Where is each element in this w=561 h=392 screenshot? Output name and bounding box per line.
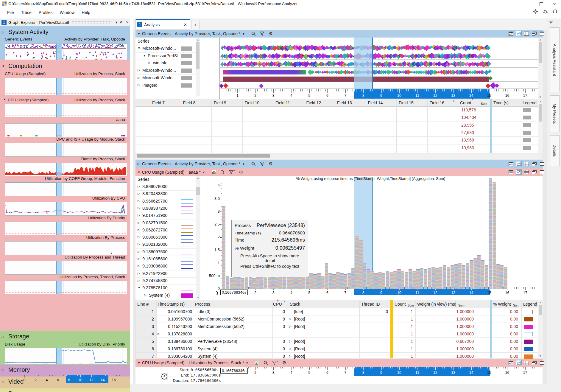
series-expander-icon[interactable]: ▷: [138, 83, 142, 87]
series-expander-icon[interactable]: ▷: [138, 257, 142, 260]
filter-icon[interactable]: [260, 162, 264, 166]
maximize-panel-icon[interactable]: [539, 31, 545, 36]
pct-weight-value[interactable]: 0.00: [492, 309, 518, 314]
histogram-bar[interactable]: [489, 178, 492, 289]
histogram-bar[interactable]: [374, 273, 378, 289]
process-name[interactable]: System (4): [197, 354, 218, 359]
section-expander-icon[interactable]: ▷: [2, 335, 7, 339]
chart-and-table-icon[interactable]: [508, 360, 514, 365]
process-name[interactable]: MemCompression (5652): [197, 317, 244, 321]
series-expander-icon[interactable]: ▷: [138, 199, 142, 203]
tab-analysis[interactable]: 1 Analysis ✕: [135, 19, 190, 30]
maximize-panel-icon[interactable]: [539, 169, 545, 175]
gear-icon[interactable]: ⚙: [269, 31, 272, 36]
maximize-panel-icon[interactable]: [539, 161, 545, 166]
histogram-bar[interactable]: [393, 271, 397, 289]
column-header-time[interactable]: Time (s): [493, 100, 509, 105]
histogram-bar[interactable]: [496, 264, 500, 289]
count-value[interactable]: 1: [393, 339, 413, 344]
count-value[interactable]: 110,576: [461, 108, 476, 112]
histogram-bar[interactable]: [309, 273, 313, 289]
series-label[interactable]: 9.080863900: [142, 235, 168, 239]
histogram-bar[interactable]: [462, 265, 465, 289]
graph-color-icon[interactable]: [212, 170, 216, 174]
weight-value[interactable]: 1.000000: [415, 324, 474, 329]
gear-icon[interactable]: ⚙: [269, 161, 272, 167]
histogram-bar[interactable]: [458, 263, 462, 289]
stack-expander-icon[interactable]: ▷: [289, 340, 292, 343]
pct-weight-value[interactable]: 0.00: [492, 339, 518, 344]
histogram-bar[interactable]: [275, 276, 279, 289]
series-expander-icon[interactable]: ▷: [148, 61, 152, 64]
histogram-bar[interactable]: [439, 267, 443, 289]
histogram-bar[interactable]: [470, 260, 473, 289]
series-expander-icon[interactable]: ▷: [138, 279, 142, 282]
stack-value[interactable]: [Root]: [294, 346, 305, 351]
histogram-bar[interactable]: [424, 269, 427, 289]
stack-value[interactable]: [Idle]: [294, 309, 303, 314]
column-header[interactable]: Field 9: [214, 100, 226, 105]
collapse-chevron-icon[interactable]: ▼: [549, 21, 553, 24]
scroll-thumb[interactable]: [539, 305, 542, 315]
cpu-value[interactable]: 0: [272, 354, 285, 359]
scroll-up-icon[interactable]: ▲: [538, 100, 543, 103]
histogram-bar[interactable]: [428, 268, 431, 289]
series-label[interactable]: 9.274745800: [142, 278, 168, 283]
table-grid-icon[interactable]: [523, 31, 529, 36]
graph-thumbnail-flame[interactable]: [5, 163, 127, 176]
pct-weight-value[interactable]: 0.00: [492, 346, 518, 351]
timestamp-value[interactable]: 0.109957000: [156, 317, 192, 321]
series-label[interactable]: 8.966629700: [142, 199, 168, 203]
stack-value[interactable]: [Root]: [294, 317, 305, 321]
count-value[interactable]: 1: [393, 354, 413, 359]
line-chart-icon[interactable]: [516, 169, 522, 175]
generic-events-collapsed-header[interactable]: ▷ Generic Events Activity by Provider, T…: [135, 160, 543, 168]
series-label[interactable]: 9.161065600: [142, 256, 168, 261]
column-header-timestamp[interactable]: TimeStamp (s): [158, 302, 185, 307]
histogram-bar[interactable]: [355, 236, 359, 289]
histogram-bar[interactable]: [359, 240, 363, 289]
scroll-thumb[interactable]: [196, 42, 200, 69]
chart-and-table-icon[interactable]: [508, 31, 514, 36]
stack-value[interactable]: [Root]: [294, 324, 305, 329]
search-icon[interactable]: [251, 162, 256, 166]
histogram-bar[interactable]: [397, 269, 401, 289]
histogram-bar[interactable]: [347, 273, 351, 289]
thread-id-value[interactable]: 0: [359, 309, 388, 314]
column-header[interactable]: Field 11: [275, 100, 290, 105]
histogram-bar[interactable]: [370, 271, 374, 289]
graph-image-icon[interactable]: [255, 361, 259, 365]
graph-thumbnail-dashed2[interactable]: [5, 104, 127, 117]
maximize-panel-icon[interactable]: [539, 360, 545, 365]
gear-icon[interactable]: ⚙: [239, 169, 243, 175]
scroll-thumb[interactable]: [539, 104, 542, 122]
histogram-bar[interactable]: [328, 273, 332, 289]
count-value[interactable]: 10,983: [461, 145, 474, 150]
histogram-bar[interactable]: [222, 206, 225, 289]
minimize-button[interactable]: [522, 0, 535, 8]
histogram-bar[interactable]: [241, 278, 244, 289]
histogram-bar[interactable]: [416, 269, 420, 289]
series-expander-icon[interactable]: ▷: [138, 272, 142, 275]
maximize-button[interactable]: [535, 0, 548, 8]
series-expander-icon[interactable]: ▷: [138, 76, 142, 79]
series-label[interactable]: 9.138097500: [142, 249, 168, 254]
column-header-legend[interactable]: Legend: [523, 100, 537, 105]
section-expander-icon[interactable]: ▼: [2, 64, 7, 68]
histogram-bar[interactable]: [294, 276, 298, 289]
histogram-bar[interactable]: [363, 263, 367, 289]
series-label[interactable]: 9.102132000: [142, 242, 168, 247]
line-chart-icon[interactable]: [516, 360, 522, 365]
tab-my-presets[interactable]: My Presets: [550, 95, 560, 132]
scroll-down-icon[interactable]: ▼: [196, 296, 200, 299]
search-icon[interactable]: [251, 32, 256, 36]
tab-details[interactable]: Details: [550, 135, 560, 166]
histogram-bar[interactable]: [431, 267, 435, 289]
series-expander-icon[interactable]: ▷: [138, 228, 142, 231]
menu-window[interactable]: Window: [56, 9, 78, 16]
timestamp-value[interactable]: 0.051660700: [156, 309, 192, 314]
graph-thumbnail-dashed[interactable]: [5, 78, 127, 95]
cpu-value[interactable]: 0: [272, 324, 285, 329]
histogram-bar[interactable]: [230, 278, 233, 289]
column-header-line[interactable]: Line #: [137, 302, 149, 307]
